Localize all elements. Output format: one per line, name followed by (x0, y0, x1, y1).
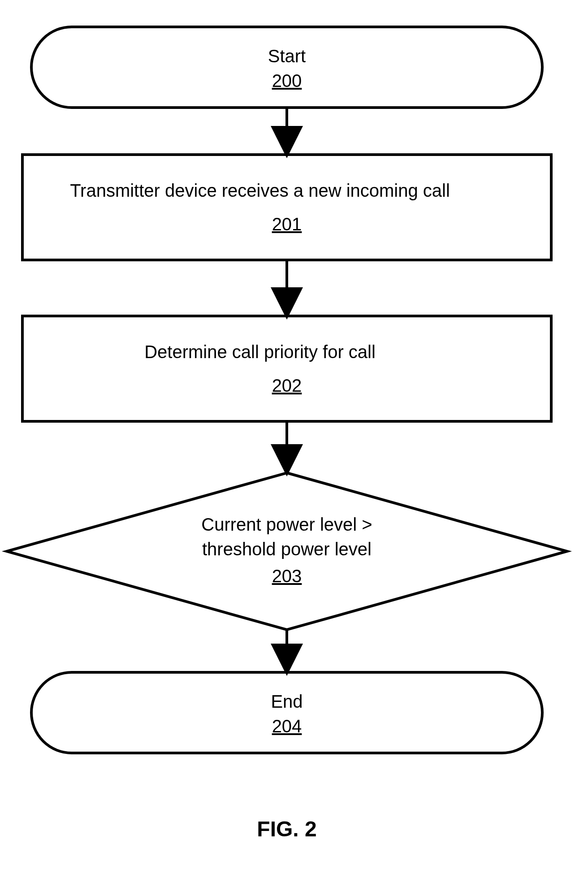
start-title: Start (0, 45, 574, 67)
end-title: End (0, 690, 574, 713)
flowchart-figure: Start 200 Transmitter device receives a … (0, 0, 588, 887)
end-shape (31, 672, 542, 753)
figure-caption: FIG. 2 (0, 816, 574, 843)
step2-title: Determine call priority for call (0, 341, 520, 363)
step1-shape (22, 155, 551, 260)
end-number: 204 (0, 715, 574, 737)
start-number: 200 (0, 69, 574, 92)
start-shape (31, 27, 542, 108)
step2-number: 202 (0, 374, 574, 397)
flowchart-svg (0, 0, 588, 887)
step1-title: Transmitter device receives a new incomi… (0, 179, 520, 202)
step1-number: 201 (0, 213, 574, 235)
decision-line2: threshold power level (0, 538, 574, 560)
decision-number: 203 (0, 565, 574, 587)
step2-shape (22, 316, 551, 421)
decision-line1: Current power level > (0, 513, 574, 536)
